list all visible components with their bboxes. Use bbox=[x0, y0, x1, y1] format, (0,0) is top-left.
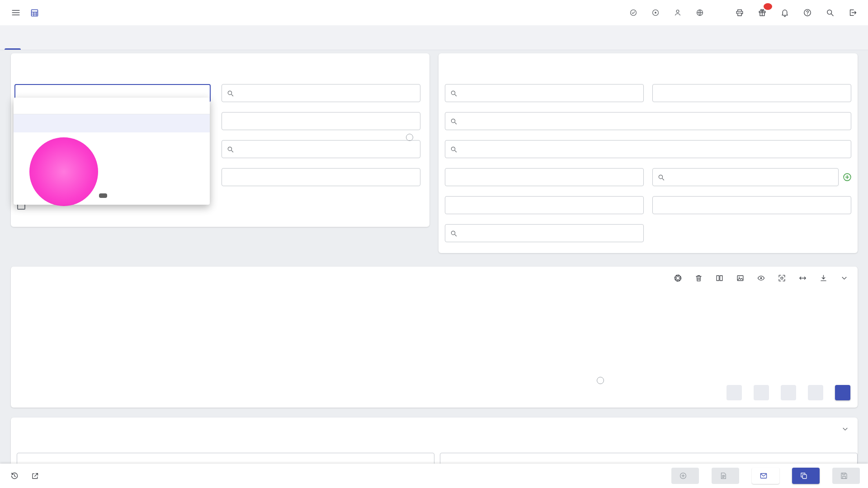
save-icon bbox=[840, 472, 848, 480]
arrows-horizontal-icon bbox=[798, 274, 807, 282]
export-button[interactable] bbox=[817, 272, 830, 284]
notifications-button[interactable] bbox=[778, 6, 791, 19]
zpusob-platby-field[interactable] bbox=[652, 196, 851, 214]
search-icon bbox=[226, 89, 234, 97]
plus-circle-icon bbox=[679, 472, 687, 480]
dodaci-adresa-field[interactable] bbox=[445, 140, 851, 158]
mail-icon bbox=[760, 472, 768, 480]
visibility-button[interactable] bbox=[755, 272, 767, 284]
gear-icon bbox=[674, 274, 682, 282]
import-items-button[interactable] bbox=[726, 385, 742, 400]
hamburger-icon bbox=[11, 8, 21, 18]
items-toolbar bbox=[660, 272, 850, 284]
check-circle-icon bbox=[629, 9, 637, 17]
logout-button[interactable] bbox=[846, 6, 859, 19]
dropdown-option-novy[interactable] bbox=[14, 114, 210, 132]
delivery-panel bbox=[439, 53, 858, 253]
items-panel bbox=[11, 267, 858, 408]
bell-icon bbox=[780, 8, 789, 17]
doba-prepravy-field[interactable] bbox=[445, 196, 644, 214]
open-in-new-icon bbox=[31, 472, 39, 480]
autosave-status bbox=[629, 9, 641, 17]
whats-new-button[interactable] bbox=[756, 6, 769, 19]
podminky-prepravy-field[interactable] bbox=[445, 168, 644, 186]
new-item-button[interactable] bbox=[835, 385, 850, 400]
search-icon bbox=[450, 89, 458, 97]
table-settings-button[interactable] bbox=[672, 272, 684, 284]
preprava-field[interactable] bbox=[652, 168, 839, 186]
logout-icon bbox=[848, 8, 857, 17]
history-icon bbox=[10, 471, 19, 480]
fakturacni-adresa-field[interactable] bbox=[445, 112, 851, 130]
zakaznik-field[interactable] bbox=[445, 84, 644, 102]
search-icon bbox=[657, 174, 665, 181]
send-email-button[interactable] bbox=[752, 468, 779, 484]
footer-actions bbox=[671, 468, 860, 484]
search-icon bbox=[450, 230, 458, 237]
print-button[interactable] bbox=[733, 6, 746, 19]
tab-bar bbox=[0, 25, 868, 50]
mena-field[interactable] bbox=[652, 84, 851, 102]
prijato-tooltip bbox=[99, 193, 107, 198]
copy-icon bbox=[800, 472, 808, 480]
obchodnik-help-icon[interactable] bbox=[406, 134, 413, 141]
nakupci-field[interactable] bbox=[445, 224, 644, 242]
images-button[interactable] bbox=[734, 272, 746, 284]
search-icon bbox=[826, 8, 835, 17]
globe-icon bbox=[696, 9, 704, 17]
add-preprava-button[interactable] bbox=[842, 172, 852, 182]
items-actions bbox=[726, 385, 850, 400]
trash-icon bbox=[694, 274, 703, 282]
expand-width-button[interactable] bbox=[797, 272, 809, 284]
search-icon bbox=[226, 145, 234, 153]
columns-icon bbox=[715, 274, 724, 282]
language-selector[interactable] bbox=[696, 9, 707, 17]
topbar bbox=[0, 0, 868, 25]
menu-button[interactable] bbox=[9, 6, 23, 19]
tab-historie-komunikace[interactable] bbox=[51, 25, 76, 50]
notification-badge bbox=[764, 3, 772, 10]
help-button[interactable] bbox=[801, 6, 814, 19]
fit-screen-icon bbox=[778, 274, 786, 282]
new-empty-item-button[interactable] bbox=[754, 385, 769, 400]
open-in-new-button[interactable] bbox=[29, 470, 41, 482]
create-missing-calculations-button[interactable] bbox=[808, 385, 823, 400]
create-pricelists-button[interactable] bbox=[712, 468, 739, 484]
dropdown-search-input[interactable] bbox=[14, 98, 210, 114]
user-menu[interactable] bbox=[674, 9, 685, 17]
chevron-down-icon bbox=[841, 425, 849, 433]
items-help-icon[interactable] bbox=[597, 377, 604, 384]
app-root bbox=[0, 0, 868, 488]
context-circle-icon bbox=[651, 9, 660, 17]
obchodnik-field[interactable] bbox=[222, 140, 420, 158]
context-selector[interactable] bbox=[651, 9, 663, 17]
tab-souvisejici-entity[interactable] bbox=[25, 25, 51, 50]
person-icon bbox=[674, 9, 682, 17]
download-icon bbox=[819, 274, 828, 282]
footer-bar bbox=[0, 464, 868, 488]
tab-obecne[interactable] bbox=[0, 25, 25, 50]
cursor-highlight bbox=[29, 137, 98, 206]
search-icon bbox=[450, 145, 458, 153]
search-button[interactable] bbox=[824, 6, 836, 19]
save-button[interactable] bbox=[832, 468, 860, 484]
platne-do-field[interactable] bbox=[222, 112, 420, 130]
delete-rows-button[interactable] bbox=[693, 272, 705, 284]
history-button[interactable] bbox=[8, 469, 21, 482]
entity-grid-icon bbox=[30, 8, 39, 18]
typ-field[interactable] bbox=[222, 84, 420, 102]
add-items-calculations-button[interactable] bbox=[781, 385, 796, 400]
columns-button[interactable] bbox=[713, 272, 726, 284]
document-icon bbox=[719, 472, 727, 480]
fit-columns-button[interactable] bbox=[776, 272, 788, 284]
externi-id-field[interactable] bbox=[222, 168, 420, 186]
create-sales-order-button[interactable] bbox=[671, 468, 699, 484]
duplicate-button[interactable] bbox=[792, 468, 820, 484]
collapse-notes-button[interactable] bbox=[839, 423, 851, 435]
question-circle-icon bbox=[803, 8, 812, 17]
printer-icon bbox=[735, 8, 744, 17]
chevron-down-icon bbox=[840, 274, 849, 282]
collapse-items-button[interactable] bbox=[838, 272, 850, 284]
search-icon bbox=[450, 117, 458, 125]
image-icon bbox=[736, 274, 745, 282]
